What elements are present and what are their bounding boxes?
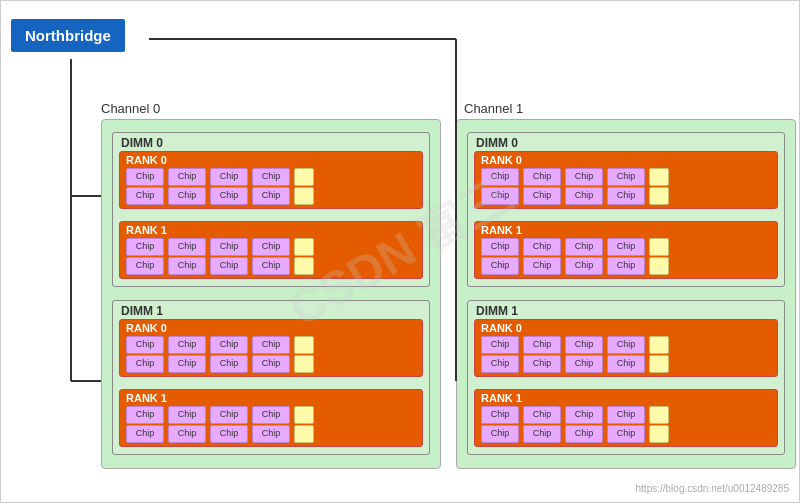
- chip-placeholder: [649, 355, 669, 373]
- chip-placeholder: [294, 238, 314, 256]
- chip: Chip: [523, 238, 561, 256]
- chip: Chip: [126, 425, 164, 443]
- channel1-dimm0-rank1: RANK 1 Chip Chip Chip Chip Chip Chip Chi…: [474, 221, 778, 279]
- chip: Chip: [168, 168, 206, 186]
- channel1-dimm1: DIMM 1 RANK 0 Chip Chip Chip Chip Chip C…: [467, 300, 785, 455]
- chip: Chip: [168, 406, 206, 424]
- chip-placeholder: [294, 336, 314, 354]
- chip: Chip: [210, 187, 248, 205]
- chip-row: Chip Chip Chip Chip: [481, 355, 669, 373]
- chip: Chip: [210, 336, 248, 354]
- chip: Chip: [481, 336, 519, 354]
- channel1-container: DIMM 0 RANK 0 Chip Chip Chip Chip Chip C…: [456, 119, 796, 469]
- channel0-dimm1: DIMM 1 RANK 0 Chip Chip Chip Chip Chip C…: [112, 300, 430, 455]
- chip: Chip: [481, 187, 519, 205]
- chip: Chip: [565, 406, 603, 424]
- channel1-dimm0: DIMM 0 RANK 0 Chip Chip Chip Chip Chip C…: [467, 132, 785, 287]
- chip: Chip: [210, 257, 248, 275]
- channel0-dimm0-rank1: RANK 1 Chip Chip Chip Chip Chip Chip Chi…: [119, 221, 423, 279]
- chip: Chip: [168, 257, 206, 275]
- chip: Chip: [523, 187, 561, 205]
- chip: Chip: [210, 238, 248, 256]
- channel0-label: Channel 0: [101, 101, 160, 116]
- chip-placeholder: [294, 257, 314, 275]
- chip-row: Chip Chip Chip Chip: [126, 187, 314, 205]
- chip-placeholder: [649, 257, 669, 275]
- chip-placeholder: [294, 187, 314, 205]
- watermark: https://blog.csdn.net/u0012489285: [636, 483, 789, 494]
- chip-row: Chip Chip Chip Chip: [481, 425, 669, 443]
- chip: Chip: [210, 168, 248, 186]
- chip: Chip: [168, 238, 206, 256]
- chip: Chip: [607, 257, 645, 275]
- chip: Chip: [481, 406, 519, 424]
- chip: Chip: [607, 425, 645, 443]
- chip-placeholder: [649, 187, 669, 205]
- chip-row: Chip Chip Chip Chip: [481, 257, 669, 275]
- chip-placeholder: [649, 238, 669, 256]
- chip: Chip: [607, 336, 645, 354]
- northbridge-label: Northbridge: [25, 27, 111, 44]
- chip: Chip: [565, 168, 603, 186]
- chip: Chip: [252, 355, 290, 373]
- chip-placeholder: [649, 406, 669, 424]
- chip-row: Chip Chip Chip Chip: [126, 355, 314, 373]
- chip: Chip: [523, 168, 561, 186]
- chip: Chip: [523, 425, 561, 443]
- chip-row: Chip Chip Chip Chip: [481, 238, 669, 256]
- chip: Chip: [126, 355, 164, 373]
- chip: Chip: [168, 425, 206, 443]
- channel0-container: DIMM 0 RANK 0 Chip Chip Chip Chip Chip C…: [101, 119, 441, 469]
- chip: Chip: [126, 168, 164, 186]
- chip: Chip: [481, 257, 519, 275]
- main-container: Northbridge Channel 0 Channel 1 DIMM 0 R…: [0, 0, 800, 503]
- chip: Chip: [565, 425, 603, 443]
- northbridge-box: Northbridge: [11, 19, 125, 52]
- chip: Chip: [126, 187, 164, 205]
- channel1-dimm0-rank0: RANK 0 Chip Chip Chip Chip Chip Chip Chi…: [474, 151, 778, 209]
- channel0-dimm0-label: DIMM 0: [121, 136, 163, 150]
- channel1-label: Channel 1: [464, 101, 523, 116]
- chip: Chip: [565, 355, 603, 373]
- chip: Chip: [126, 257, 164, 275]
- channel1-dimm1-rank1: RANK 1 Chip Chip Chip Chip Chip Chip Chi…: [474, 389, 778, 447]
- chip-row: Chip Chip Chip Chip: [126, 425, 314, 443]
- chip: Chip: [607, 168, 645, 186]
- chip: Chip: [252, 257, 290, 275]
- chip-row: Chip Chip Chip Chip: [126, 336, 314, 354]
- chip: Chip: [523, 406, 561, 424]
- chip: Chip: [607, 406, 645, 424]
- chip-placeholder: [294, 425, 314, 443]
- chip: Chip: [565, 336, 603, 354]
- chip-placeholder: [649, 336, 669, 354]
- chip: Chip: [126, 406, 164, 424]
- chip: Chip: [168, 336, 206, 354]
- chip: Chip: [252, 187, 290, 205]
- chip: Chip: [481, 425, 519, 443]
- chip: Chip: [565, 187, 603, 205]
- chip: Chip: [523, 257, 561, 275]
- channel1-dimm0-label: DIMM 0: [476, 136, 518, 150]
- chip: Chip: [252, 238, 290, 256]
- chip-placeholder: [649, 425, 669, 443]
- chip: Chip: [126, 336, 164, 354]
- chip: Chip: [523, 336, 561, 354]
- chip: Chip: [252, 168, 290, 186]
- chip: Chip: [481, 355, 519, 373]
- channel0-dimm1-rank0: RANK 0 Chip Chip Chip Chip Chip Chip Chi…: [119, 319, 423, 377]
- chip-placeholder: [294, 355, 314, 373]
- chip-placeholder: [649, 168, 669, 186]
- chip-row: Chip Chip Chip Chip: [126, 168, 314, 186]
- chip: Chip: [565, 238, 603, 256]
- channel1-dimm1-label: DIMM 1: [476, 304, 518, 318]
- chip-row: Chip Chip Chip Chip: [126, 257, 314, 275]
- chip: Chip: [168, 355, 206, 373]
- chip-row: Chip Chip Chip Chip: [481, 406, 669, 424]
- chip: Chip: [168, 187, 206, 205]
- channel0-dimm1-rank1: RANK 1 Chip Chip Chip Chip Chip Chip Chi…: [119, 389, 423, 447]
- chip-row: Chip Chip Chip Chip: [481, 336, 669, 354]
- chip: Chip: [210, 425, 248, 443]
- chip: Chip: [481, 168, 519, 186]
- chip-row: Chip Chip Chip Chip: [126, 238, 314, 256]
- chip-row: Chip Chip Chip Chip: [481, 187, 669, 205]
